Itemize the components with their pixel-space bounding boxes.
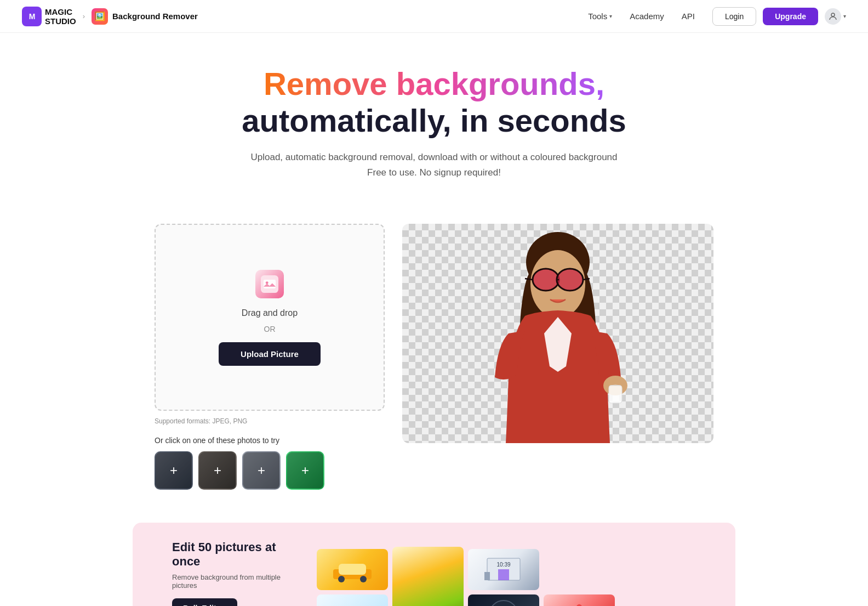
or-label: OR [264,325,276,333]
header-left: M MAGICSTUDIO › 🖼️ Background Remover [22,7,198,26]
preview-box [402,224,713,443]
sample-photos-row: + + + + [155,451,385,490]
banner-img-sunflowers [392,547,464,606]
svg-rect-2 [264,280,276,288]
header: M MAGICSTUDIO › 🖼️ Background Remover To… [0,0,868,33]
tool-name-label: Background Remover [112,12,198,21]
tool-icon-wrap: 🖼️ [92,8,108,25]
hero-subtitle: Upload, automatic background removal, do… [22,150,846,179]
nav-api[interactable]: API [682,12,695,21]
user-avatar[interactable]: ▾ [825,8,846,25]
svg-rect-26 [484,572,490,580]
supported-formats-text: Supported formats: JPEG, PNG [155,417,385,425]
upload-section: Drag and drop OR Upload Picture Supporte… [155,224,385,490]
banner-img-col-3: 10:39 [468,549,539,606]
banner-left: Edit 50 pictures at once Remove backgrou… [155,523,308,606]
sample-photo-plus-3: + [258,463,265,478]
login-button[interactable]: Login [712,7,756,26]
try-photos-label: Or click on one of these photos to try [155,436,385,445]
logo-icon: M [22,7,42,26]
bulk-edit-label: Bulk Edit → [183,604,226,606]
upload-dropzone[interactable]: Drag and drop OR Upload Picture [155,224,385,411]
svg-rect-16 [609,386,622,403]
banner-img-sunglasses [317,594,388,606]
drag-drop-label: Drag and drop [242,308,298,318]
banner-img-record [468,594,539,606]
hero-title: Remove backgrounds, automatically, in se… [22,66,846,139]
logo-text: MAGICSTUDIO [45,7,76,26]
svg-text:10:39: 10:39 [496,562,510,568]
banner-img-col-4 [544,594,615,606]
sample-photo-1[interactable]: + [155,451,193,490]
banner-right: 10:39 [308,523,713,606]
hero-section: Remove backgrounds, automatically, in se… [0,33,868,224]
sample-photo-plus-4: + [301,463,309,478]
banner-inner: Edit 50 pictures at once Remove backgrou… [155,523,713,606]
svg-point-20 [360,576,367,582]
svg-rect-25 [498,569,509,580]
background-remover-icon: 🖼️ [94,11,105,21]
hero-title-gradient: Remove backgrounds, [264,66,604,101]
banner-img-office: 10:39 [468,549,539,590]
banner-img-col-2 [392,547,464,606]
banner-img-yellow-car [317,549,388,590]
upload-image-icon [255,270,284,298]
avatar-icon [825,8,841,25]
breadcrumb-chevron: › [83,12,85,20]
sample-photo-2[interactable]: + [198,451,237,490]
svg-point-28 [489,601,518,606]
banner-img-lipstick [544,594,615,606]
nav-tools[interactable]: Tools ▾ [588,12,612,21]
main-content: Drag and drop OR Upload Picture Supporte… [133,224,735,512]
upgrade-button[interactable]: Upgrade [763,8,818,25]
svg-point-19 [338,576,345,582]
sample-photo-plus-2: + [214,463,221,478]
preview-person-figure [402,224,713,443]
svg-rect-18 [339,564,366,575]
main-nav: Tools ▾ Academy API [588,12,695,21]
upload-icon-wrap [254,269,285,299]
bulk-edit-button[interactable]: Bulk Edit → [172,598,237,606]
bottom-banner: Edit 50 pictures at once Remove backgrou… [133,523,735,606]
nav-academy[interactable]: Academy [630,12,664,21]
upload-picture-button[interactable]: Upload Picture [219,342,321,366]
banner-img-col-1 [317,549,388,606]
svg-point-0 [831,13,835,16]
header-actions: Login Upgrade ▾ [712,7,846,26]
banner-title: Edit 50 pictures at once [172,540,290,569]
sample-photo-4[interactable]: + [286,451,324,490]
magic-studio-logo[interactable]: M MAGICSTUDIO [22,7,76,26]
sample-photo-3[interactable]: + [242,451,281,490]
preview-section [402,224,713,443]
sample-photo-plus-1: + [170,463,178,478]
banner-subtitle: Remove background from multiple pictures [172,573,290,590]
user-dropdown-icon: ▾ [843,13,846,19]
tools-dropdown-icon: ▾ [609,13,612,19]
hero-title-dark: automatically, in seconds [242,103,626,138]
person-svg [402,224,713,443]
